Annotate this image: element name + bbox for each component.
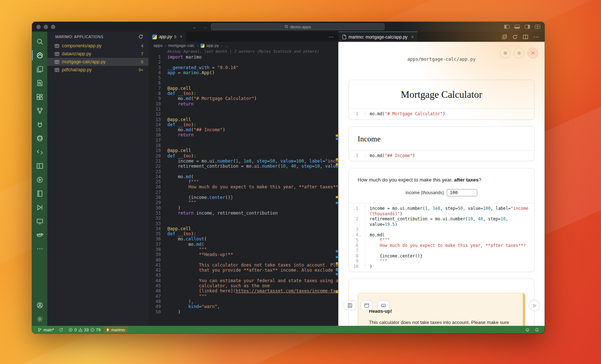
menu-button[interactable] <box>500 48 510 58</box>
nav-forward-button[interactable]: → <box>202 24 207 30</box>
open-external-icon[interactable] <box>502 34 507 40</box>
code-line: 46 [linked here](https://smartasset.com/… <box>148 288 338 293</box>
app-title: Mortgage Calculator <box>349 80 534 108</box>
activity-github-icon[interactable] <box>32 131 47 145</box>
ellipsis-icon[interactable]: ⋯ <box>533 33 540 40</box>
customize-layout-icon[interactable] <box>535 25 540 29</box>
toggle-primary-sidebar-icon[interactable] <box>504 25 510 29</box>
marimo-status-chip[interactable]: marimo <box>104 327 127 333</box>
toggle-panel-icon[interactable] <box>514 25 520 29</box>
code-line: 27 <box>148 190 338 195</box>
refresh-icon[interactable] <box>512 34 518 40</box>
sync-changes-button[interactable] <box>57 326 65 333</box>
settings-button[interactable] <box>514 48 524 58</box>
file-list-item[interactable]: mortgage-calc/app.py 5 <box>47 58 148 66</box>
info-count: 79 <box>96 328 101 332</box>
marimo-file-icon <box>55 52 59 56</box>
status-bar: main* 0 33 79 marimo <box>32 326 545 333</box>
editor-actions-overflow[interactable]: ⋯ <box>324 32 338 42</box>
activity-pages-icon[interactable] <box>32 62 47 76</box>
save-button[interactable] <box>344 300 356 310</box>
activity-account-icon[interactable] <box>32 298 47 312</box>
code-line: 11 <box>148 107 338 112</box>
code-line: 45 calculator, such as the one <box>148 283 338 288</box>
refresh-icon[interactable] <box>138 34 143 39</box>
code-line: 39 **Heads-up!** <box>148 252 338 257</box>
activity-settings-gear-icon[interactable] <box>32 312 47 326</box>
file-list: components/app.py 4 dataviz/app.py 7 mor… <box>47 42 148 74</box>
activity-play-circle-icon[interactable] <box>32 173 47 187</box>
webview-tab-bar: marimo: mortgage-calc/app.py × ⋯ <box>338 32 545 42</box>
keyboard-shortcuts-button[interactable] <box>377 300 390 310</box>
feedback-button[interactable] <box>524 326 532 333</box>
cell-code[interactable]: 1income = mo.ui.number(1, 1e8, step=50, … <box>349 203 534 272</box>
open-in-browser-button[interactable] <box>361 300 373 310</box>
problem-count-badge: 5 <box>141 60 143 64</box>
activity-layout-icon[interactable] <box>32 159 47 173</box>
code-editor[interactable]: 1import marimo23__generated_with = "0.0.… <box>148 54 338 326</box>
code-line: 8def __(mo): <box>148 91 338 96</box>
info-icon <box>90 328 95 332</box>
code-line: 30 ) <box>148 205 338 211</box>
close-tab-icon[interactable]: × <box>411 35 414 40</box>
tab-label: app.py <box>159 34 172 39</box>
nav-back-button[interactable]: ← <box>192 24 197 30</box>
toggle-secondary-sidebar-icon[interactable] <box>525 25 530 29</box>
play-icon <box>532 303 537 308</box>
split-editor-icon[interactable] <box>523 34 528 40</box>
activity-search-icon[interactable] <box>32 35 47 48</box>
code-line: 23 <box>148 169 338 174</box>
warning-mark <box>336 158 338 160</box>
zoom-window-button[interactable] <box>51 25 55 29</box>
minimize-window-button[interactable] <box>44 25 48 29</box>
activity-notebook-icon[interactable] <box>32 187 47 200</box>
activity-plug-icon[interactable] <box>32 117 47 131</box>
activity-ellipsis-icon[interactable] <box>32 242 47 256</box>
code-line: 28 {income.center()} <box>148 195 338 200</box>
code-line: 2retirement_contribution = mo.ui.number(… <box>349 216 534 227</box>
activity-test-play-icon[interactable] <box>32 200 47 214</box>
code-line: 2 <box>148 60 338 65</box>
income-number-input[interactable]: 100 <box>447 189 477 196</box>
activity-code-compare-icon[interactable] <box>32 145 47 159</box>
close-tab-icon[interactable]: × <box>180 34 182 39</box>
activity-file-search-icon[interactable] <box>32 76 47 90</box>
breadcrumb-item[interactable]: app.py <box>207 43 219 48</box>
cell-code[interactable]: 1mo.md("## Income") <box>349 151 534 161</box>
marimo-cell-interactive: How much do you expect to make this year… <box>349 168 534 272</box>
breadcrumb[interactable]: apps› mortgage-calc› app.py› … <box>148 42 338 49</box>
breadcrumb-item[interactable]: apps <box>154 43 163 48</box>
tab-label: marimo: mortgage-calc/app.py <box>349 35 407 40</box>
tab-marimo-webview[interactable]: marimo: mortgage-calc/app.py × <box>338 32 417 42</box>
activity-docker-icon[interactable] <box>32 228 47 242</box>
cell-code[interactable]: 1mo.md("# Mortgage Calculator") <box>349 109 534 119</box>
activity-extensions-icon[interactable] <box>32 90 47 104</box>
code-line: 48 ), <box>148 299 338 304</box>
breadcrumb-item[interactable]: … <box>224 43 229 48</box>
activity-remote-monitor-icon[interactable] <box>32 214 47 228</box>
code-line: 21 income = mo.ui.number(1, 1e8, step=50… <box>148 159 338 164</box>
code-line: 12 <box>148 112 338 117</box>
tab-app-py[interactable]: app.py 5 × <box>148 32 186 42</box>
code-line: (thousands)") <box>349 211 534 217</box>
code-line: 1import marimo <box>148 55 338 60</box>
code-line: 22 retirement_contribution = mo.ui.numbe… <box>148 164 338 169</box>
activity-marimo-icon[interactable] <box>32 48 47 62</box>
activity-git-fork-icon[interactable] <box>32 104 47 117</box>
git-branch-status[interactable]: main* <box>36 326 56 333</box>
run-all-button[interactable] <box>529 300 540 311</box>
breadcrumb-item[interactable]: mortgage-calc <box>168 43 195 48</box>
marimo-file-icon <box>55 60 59 64</box>
notifications-button[interactable] <box>533 326 541 333</box>
bolt-icon <box>106 328 110 332</box>
shutdown-button[interactable] <box>528 48 538 58</box>
titlebar: ← → demo-apps <box>32 22 545 32</box>
command-center-search[interactable]: demo-apps <box>211 23 385 30</box>
file-list-item[interactable]: pdfchat/app.py 9+ <box>47 66 148 74</box>
close-window-button[interactable] <box>36 25 41 29</box>
fold-chevron-icon[interactable]: ⌄ <box>358 232 362 238</box>
file-list-item[interactable]: components/app.py 4 <box>47 42 148 50</box>
problems-status[interactable]: 0 33 79 <box>67 326 102 333</box>
editor-group: app.py 5 × ⋯ apps› mortgage-calc› app.py… <box>148 32 338 326</box>
file-list-item[interactable]: dataviz/app.py 7 <box>47 50 148 58</box>
